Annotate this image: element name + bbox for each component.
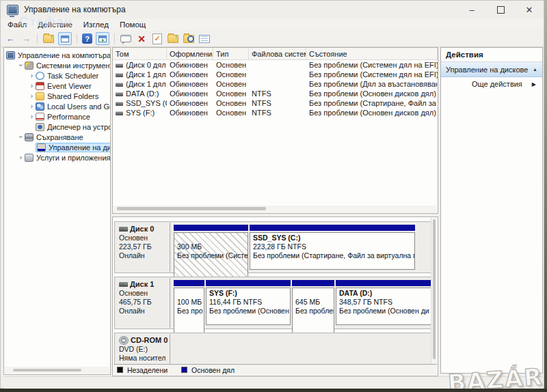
table-row[interactable]: (Диск 0 дял 1) Обикновен Основен Без про… (113, 60, 438, 70)
toolbar: ← → ? ✕ ✓ (1, 31, 544, 47)
tree-label: Local Users and Groups (47, 102, 111, 111)
disk1-size: 465,75 ГБ (119, 298, 170, 307)
tools-icon (25, 61, 34, 70)
tree-label: Управление на дисков (49, 143, 111, 152)
maximize-icon (497, 6, 505, 14)
column-header-filesystem[interactable]: Файлова система (249, 48, 306, 59)
title-bar: Управление на компютъра – ✕ (1, 1, 544, 18)
up-folder-icon[interactable] (42, 33, 55, 44)
disk1-state: Онлайн (119, 307, 170, 316)
console-tree: Управление на компютъра (л › Системни ин… (4, 48, 110, 163)
chevron-right-icon[interactable]: › (28, 92, 36, 100)
back-icon[interactable]: ← (4, 33, 16, 44)
tree-item-shared-folders[interactable]: › Shared Folders (4, 91, 110, 101)
column-header-volume[interactable]: Том (113, 48, 167, 59)
chevron-down-icon[interactable]: › (17, 61, 25, 69)
tree-horizontal-scrollbar[interactable] (5, 367, 109, 374)
more-actions-label: Още действия (472, 80, 522, 88)
scrollbar-thumb[interactable] (117, 207, 266, 210)
table-row[interactable]: (Диск 1 дял 1) Обикновен Основен Без про… (113, 70, 438, 79)
chevron-right-icon[interactable]: › (28, 72, 36, 79)
tree-item-local-users-groups[interactable]: › Local Users and Groups (4, 101, 110, 111)
disk1-row: Диск 1 Основен 465,75 ГБ Онлайн 100 МБ Б… (114, 277, 431, 329)
disk1-partition-recovery[interactable]: 645 МБ Без проблем (292, 280, 334, 325)
disk1-partition-data[interactable]: DATA (D:) 348,57 ГБ NTFS Без проблеми (О… (336, 280, 434, 325)
scrollbar-thumb[interactable] (433, 219, 436, 359)
menu-action[interactable]: Действие (32, 20, 78, 29)
help-icon[interactable]: ? (82, 33, 92, 44)
status-bar (3, 376, 543, 389)
clock-icon (36, 72, 44, 80)
partition-color-bar (174, 280, 204, 286)
tree-item-computer-management[interactable]: Управление на компютъра (л (4, 50, 110, 60)
disk1-partition-sys[interactable]: SYS (F:) 116,44 ГБ NTFS Без проблеми (Ос… (206, 280, 291, 325)
menu-bar: Файл Действие Изглед Помощ (1, 18, 544, 31)
chevron-down-icon[interactable]: › (17, 133, 25, 141)
photo-edge-bottom (0, 389, 547, 392)
submenu-arrow-icon[interactable]: ▶ (532, 81, 536, 87)
volume-icon (116, 73, 123, 77)
show-action-pane-icon[interactable] (96, 32, 109, 45)
window-controls: – ✕ (457, 1, 544, 18)
actions-group-label: Управление на дискове (446, 66, 528, 74)
menu-file[interactable]: Файл (2, 20, 32, 29)
disk0-partition-ssd-sys[interactable]: SSD_SYS (C:) 223,28 ГБ NTFS Без проблеми… (250, 225, 415, 270)
tree-item-services-applications[interactable]: › Услуги и приложения (4, 152, 110, 163)
collapse-up-icon[interactable]: ▲ (533, 67, 537, 72)
disk1-kind: Основен (119, 289, 170, 298)
tree-label: Управление на компютъра (л (18, 51, 111, 59)
disk-pane-vertical-scrollbar[interactable] (431, 218, 437, 365)
screenshot-photo: Управление на компютъра – ✕ Файл Действи… (0, 0, 547, 392)
table-row[interactable]: (Диск 1 дял 4) Обикновен Основен Без про… (113, 79, 438, 89)
maximize-button[interactable] (486, 1, 515, 18)
minimize-button[interactable]: – (457, 1, 486, 18)
chevron-right-icon[interactable]: › (28, 113, 36, 120)
tree-item-disk-management[interactable]: Управление на дисков (4, 142, 110, 152)
volume-list-horizontal-scrollbar[interactable] (114, 206, 437, 212)
tree-item-performance[interactable]: › Performance (4, 111, 110, 122)
forward-icon[interactable]: → (20, 33, 32, 44)
tree-label: Диспечер на устройст (47, 123, 111, 131)
column-header-status[interactable]: Състояние (306, 48, 438, 59)
device-manager-icon (36, 123, 44, 131)
chevron-right-icon[interactable]: › (28, 82, 36, 89)
disk-graphical-pane: Диск 0 Основен 223,57 ГБ Онлайн 300 МБ Б… (112, 216, 438, 376)
actions-pane: Действия Управление на дискове ▲ Още дей… (440, 47, 543, 374)
properties-icon[interactable] (198, 33, 211, 44)
disk0-partition-efi[interactable]: 300 МБ Без проблеми (Систем (174, 225, 248, 270)
check-disk-icon[interactable]: ✓ (151, 33, 163, 44)
table-row[interactable]: SSD_SYS (C:) Обикновен Основен NTFS Без … (113, 98, 438, 108)
tree-item-storage[interactable]: › Съхраняване (4, 132, 110, 142)
menu-help[interactable]: Помощ (114, 20, 151, 29)
chevron-right-icon[interactable]: › (17, 154, 25, 161)
find-folder-icon[interactable] (183, 33, 195, 44)
column-header-layout[interactable]: Оформление (167, 48, 213, 59)
tree-item-task-scheduler[interactable]: › Task Scheduler (4, 70, 110, 81)
partition-color-bar (250, 225, 415, 231)
partition-color-bar (174, 225, 248, 231)
table-row[interactable]: SYS (F:) Обикновен Основен NTFS Без проб… (113, 108, 438, 117)
tree-item-device-manager[interactable]: Диспечер на устройст (4, 122, 110, 132)
volume-list-pane: Том Оформление Тип Файлова система Състо… (112, 47, 438, 214)
column-header-type[interactable]: Тип (213, 48, 249, 59)
delete-icon[interactable]: ✕ (135, 33, 148, 44)
disk1-partition-system[interactable]: 100 МБ Без про (174, 280, 204, 325)
app-icon (7, 5, 18, 15)
disk-icon (119, 227, 128, 232)
disk0-label[interactable]: Диск 0 Основен 223,57 ГБ Онлайн (116, 223, 170, 272)
disk1-label[interactable]: Диск 1 Основен 465,75 ГБ Онлайн (116, 278, 170, 328)
actions-group-disk-management[interactable]: Управление на дискове ▲ (441, 62, 542, 77)
popup-pane-icon[interactable] (120, 33, 132, 44)
more-actions-item[interactable]: Още действия ▶ (441, 77, 542, 91)
menu-view[interactable]: Изглед (78, 20, 114, 29)
toolbar-separator (114, 33, 115, 44)
close-button[interactable]: ✕ (515, 1, 544, 18)
export-folder-icon[interactable] (167, 33, 179, 44)
disk0-kind: Основен (119, 234, 170, 242)
table-row[interactable]: DATA (D:) Обикновен Основен NTFS Без про… (113, 89, 438, 98)
tree-item-event-viewer[interactable]: › Event Viewer (4, 81, 110, 91)
chevron-right-icon[interactable]: › (28, 102, 36, 110)
show-console-tree-icon[interactable] (58, 32, 72, 45)
tree-item-system-tools[interactable]: › Системни инструменти (4, 60, 110, 70)
scrollbar-thumb[interactable] (13, 369, 81, 372)
